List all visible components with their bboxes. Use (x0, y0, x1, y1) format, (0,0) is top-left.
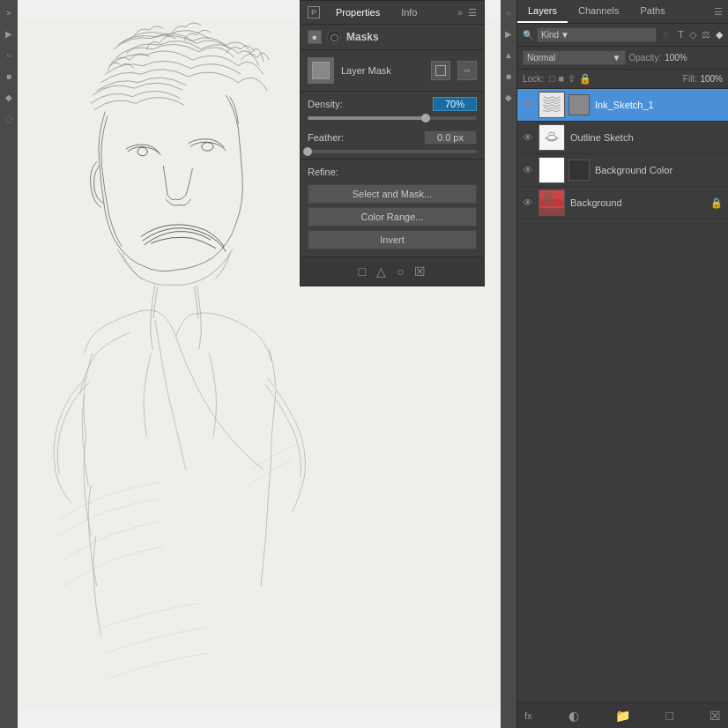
visibility-icon[interactable]: 👁 (523, 164, 533, 176)
blend-dropdown-arrow: ▼ (613, 53, 621, 63)
filter-pixel-icon[interactable]: ◾ (660, 29, 672, 41)
layer-name: Outline Sketch (570, 132, 723, 143)
lock-pixels-icon[interactable]: ■ (559, 73, 565, 85)
feather-slider[interactable] (308, 150, 477, 153)
properties-header: P Properties Info » ☰ (301, 1, 484, 25)
filter-shape-icon[interactable]: ◇ (689, 29, 696, 41)
filter-toggle[interactable]: ◆ (716, 29, 723, 41)
pixel-mask-icon[interactable]: ■ (308, 30, 322, 44)
filter-row: 🔍 Kind ▼ ◾ T ◇ ⚖ ◆ (517, 24, 728, 47)
panel-controls: » ☰ (457, 7, 477, 19)
density-label: Density: (308, 99, 343, 109)
lock-icon: 🔒 (710, 197, 723, 209)
filter-icons: ◾ T ◇ ⚖ ◆ (660, 29, 723, 41)
lock-all-icon[interactable]: 🔒 (579, 73, 591, 85)
mini-icon-1[interactable]: ○ (501, 5, 516, 19)
density-thumb[interactable] (421, 114, 430, 123)
tool-icon-2[interactable]: ○ (2, 48, 16, 62)
visibility-icon[interactable]: 👁 (523, 197, 533, 209)
visibility-icon[interactable]: 👁 (523, 131, 533, 144)
layer-thumbnail (539, 189, 565, 216)
filter-type-icon[interactable]: T (678, 29, 684, 41)
select-mask-button[interactable]: Select and Mask... (308, 184, 477, 204)
mask-preview (308, 57, 334, 84)
color-range-button[interactable]: Color Range... (308, 207, 477, 227)
delete-layer-button[interactable]: ☒ (709, 709, 721, 723)
layer-thumbnail (539, 92, 565, 118)
tab-info[interactable]: Info (392, 4, 426, 20)
fx-button[interactable]: fx (524, 710, 532, 721)
search-icon: 🔍 (523, 30, 533, 40)
collapse-icon[interactable]: » (2, 5, 16, 19)
opacity-label: Opacity: (629, 53, 662, 63)
selection-icon[interactable]: □ (359, 264, 366, 279)
fill-value[interactable]: 100% (700, 74, 723, 84)
adjustment-button[interactable]: ◐ (568, 709, 579, 723)
mini-icon-5[interactable]: ◆ (501, 90, 516, 104)
opacity-value[interactable]: 100% (665, 53, 687, 63)
svg-rect-11 (539, 208, 564, 215)
feather-thumb[interactable] (303, 147, 312, 156)
density-slider[interactable] (308, 116, 477, 120)
filter-smart-icon[interactable]: ⚖ (702, 29, 710, 41)
invert-button[interactable]: Invert (308, 230, 477, 249)
mask-button-2[interactable]: ⇨ (457, 61, 477, 80)
refine-section: Refine: Select and Mask... Color Range..… (301, 160, 484, 256)
mask-thumbnail (568, 160, 590, 181)
tab-layers[interactable]: Layers (517, 0, 568, 23)
svg-rect-7 (569, 160, 589, 180)
kind-label: Kind (541, 30, 559, 40)
mini-icon-3[interactable]: ▲ (501, 48, 516, 62)
layer-item[interactable]: 👁 Background 🔒 (517, 187, 728, 219)
new-layer-button[interactable]: □ (666, 709, 673, 723)
tool-icon-1[interactable]: ▶ (2, 26, 16, 41)
layer-name: Background (570, 197, 705, 208)
eye-icon[interactable]: ○ (397, 264, 404, 279)
density-value[interactable]: 70% (433, 97, 477, 111)
tab-channels[interactable]: Channels (568, 0, 629, 23)
lock-icons: □ ■ ⇪ 🔒 (549, 73, 591, 85)
layer-item[interactable]: 👁 Background Color (517, 154, 728, 187)
menu-icon[interactable]: ☰ (468, 7, 477, 19)
tool-icon-5[interactable]: ◌ (2, 111, 16, 125)
tab-properties[interactable]: Properties (327, 4, 389, 20)
panel-menu-button[interactable]: ☰ (709, 3, 728, 21)
kind-dropdown-arrow: ▼ (561, 30, 569, 40)
mask-button-1[interactable] (431, 61, 450, 80)
layers-footer: fx ◐ 📁 □ ☒ (517, 702, 728, 728)
lock-transparent-icon[interactable]: □ (549, 73, 555, 85)
vector-mask-icon[interactable]: ◯ (327, 30, 341, 44)
right-mini-toolbar: ○ ▶ ▲ ■ ◆ (501, 0, 516, 728)
lock-position-icon[interactable]: ⇪ (568, 73, 576, 85)
kind-filter[interactable]: Kind ▼ (537, 27, 657, 42)
svg-rect-6 (539, 158, 564, 182)
layer-item[interactable]: 👁 (517, 89, 728, 122)
panel-footer: □ △ ○ ☒ (301, 256, 484, 286)
feather-value[interactable]: 0.0 px (424, 130, 477, 145)
layer-thumbnail (539, 124, 565, 151)
properties-tabs: Properties Info (327, 4, 427, 20)
fill-icon[interactable]: △ (376, 264, 386, 279)
layer-item[interactable]: 👁 Outline Sketch (517, 122, 728, 154)
mini-icon-4[interactable]: ■ (501, 69, 516, 83)
trash-icon[interactable]: ☒ (414, 264, 426, 279)
svg-rect-4 (569, 95, 589, 115)
blend-mode-select[interactable]: Normal ▼ (523, 50, 626, 65)
feather-label: Feather: (308, 132, 344, 143)
layers-panel: Layers Channels Paths ☰ 🔍 Kind ▼ ◾ T ◇ ⚖… (516, 0, 728, 728)
tab-paths[interactable]: Paths (630, 0, 676, 23)
layers-tabs: Layers Channels Paths ☰ (517, 0, 728, 24)
mini-icon-2[interactable]: ▶ (501, 26, 516, 41)
svg-rect-5 (539, 125, 564, 150)
tool-icon-3[interactable]: ■ (2, 69, 16, 83)
refine-label: Refine: (308, 167, 338, 177)
layer-mask-label: Layer Mask (341, 65, 424, 76)
far-left-toolbar: » ▶ ○ ■ ◆ ◌ (0, 0, 18, 728)
blend-opacity-row: Normal ▼ Opacity: 100% (517, 47, 728, 70)
layer-name: Ink_Sketch_1 (595, 100, 723, 110)
visibility-icon[interactable]: 👁 (523, 99, 533, 111)
tool-icon-4[interactable]: ◆ (2, 90, 16, 104)
layer-mask-row: Layer Mask ⇨ (301, 50, 484, 92)
folder-button[interactable]: 📁 (615, 709, 630, 723)
expand-icon[interactable]: » (457, 7, 463, 19)
